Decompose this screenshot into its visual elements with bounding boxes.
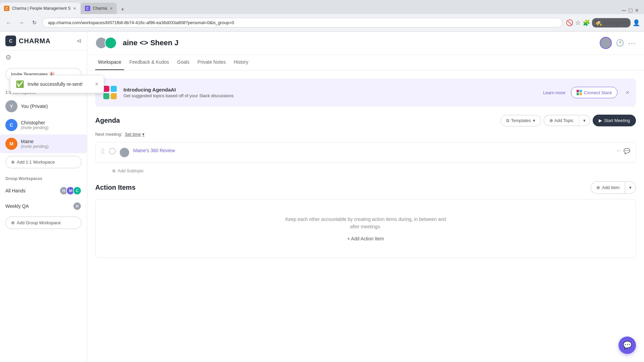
set-time-button[interactable]: Set time ▾	[125, 132, 145, 137]
templates-button[interactable]: ⧉ Templates ▾	[500, 115, 541, 126]
clock-icon[interactable]: 🕐	[616, 39, 624, 47]
sidebar-item-christopher[interactable]: C Christopher (Invite pending)	[0, 116, 87, 134]
workspace-name-you: You (Private)	[21, 104, 48, 109]
sidebar-item-weekly-qa[interactable]: Weekly QA H	[0, 198, 87, 214]
address-input[interactable]	[42, 18, 562, 27]
action-items-header: Action Items ⊕ Add Item ▾	[95, 181, 636, 194]
add-topic-dropdown-button[interactable]: ▾	[579, 115, 590, 126]
sidebar-settings: ⚙	[0, 51, 87, 64]
set-time-chevron-icon: ▾	[142, 132, 145, 137]
action-items-title: Action Items	[95, 184, 591, 191]
agenda-check-button[interactable]	[109, 148, 116, 155]
new-tab-button[interactable]: +	[118, 5, 127, 14]
add-topic-button[interactable]: ⊕ Add Topic	[544, 115, 579, 126]
sidebar-item-you-private[interactable]: Y You (Private)	[0, 97, 87, 116]
add-subtopic-button[interactable]: ⊕ Add Subtopic	[95, 166, 636, 173]
main-tabs: Workspace Feedback & Kudos Goals Private…	[87, 55, 644, 70]
sidebar-item-all-hands[interactable]: All Hands H M C	[0, 183, 87, 198]
banner-learn-more[interactable]: Learn more	[543, 90, 565, 95]
profile-icon[interactable]: 👤	[633, 19, 640, 26]
group-avatar-qa-1: H	[73, 202, 82, 210]
group-name-weekly-qa: Weekly QA	[5, 203, 69, 209]
tab-goals[interactable]: Goals	[174, 55, 192, 70]
add-item-group: ⊕ Add Item ▾	[591, 181, 636, 194]
svg-rect-3	[111, 93, 117, 99]
toast-message: Invite successfully re-sent!	[28, 81, 92, 87]
tab-1-close[interactable]: ×	[73, 6, 76, 11]
bookmark-icon[interactable]: ☆	[575, 19, 581, 26]
extension-icon[interactable]: 🧩	[583, 19, 590, 26]
sidebar-header: C CHARMA ⊲	[0, 32, 87, 51]
action-items-section: Action Items ⊕ Add Item ▾ Keep	[95, 181, 636, 258]
add-topic-group: ⊕ Add Topic ▾	[544, 115, 590, 126]
svg-rect-6	[577, 93, 579, 95]
tab-1-title: Charma | People Management S	[12, 6, 71, 11]
next-meeting-row: Next meeting: Set time ▾	[95, 132, 636, 137]
toast-close-button[interactable]: ×	[95, 81, 98, 87]
group-avatar-3: C	[73, 186, 82, 195]
agenda-title: Agenda	[95, 117, 500, 124]
sidebar-item-maine[interactable]: M Maine (Invite pending)	[0, 134, 87, 153]
content-area: Introducing AgendaAI Get suggested topic…	[87, 70, 644, 362]
header-right: 🕐 ···	[600, 37, 636, 49]
templates-chevron-icon: ▾	[533, 118, 535, 123]
slack-icon	[102, 84, 118, 101]
refresh-button[interactable]: ↻	[30, 18, 39, 27]
agenda-item-actions: ··· 💬	[616, 148, 630, 154]
tab-history[interactable]: History	[231, 55, 251, 70]
tab-2-close[interactable]: ×	[110, 6, 112, 11]
connect-slack-button[interactable]: Connect Slack	[571, 87, 618, 98]
chat-fab-button[interactable]: 💬	[619, 337, 636, 354]
add-subtopic-plus-icon: ⊕	[112, 168, 116, 173]
main-content: aine <> Sheen J 🕐 ··· Workspace Feedback…	[87, 32, 644, 362]
workspace-sub-maine: (Invite pending)	[21, 144, 49, 149]
agenda-item-more-icon[interactable]: ···	[616, 148, 621, 154]
header-title-area: aine <> Sheen J	[95, 37, 600, 49]
svg-rect-2	[103, 93, 109, 99]
agenda-header: Agenda ⧉ Templates ▾ ⊕ Add Topic	[95, 115, 636, 126]
settings-icon[interactable]: ⚙	[5, 54, 11, 61]
tab-2[interactable]: C Charma ×	[81, 3, 117, 14]
agenda-item-title[interactable]: Maine's 360 Review	[133, 148, 612, 153]
header-avatar-2	[105, 37, 117, 49]
tab-1[interactable]: C Charma | People Management S ×	[0, 3, 80, 14]
avatar-maine: M	[5, 138, 17, 150]
agenda-item-avatar	[120, 148, 129, 157]
add-group-workspace-button[interactable]: ⊕ Add Group Workspace	[5, 217, 82, 229]
drag-handle-icon[interactable]: ⣿	[101, 148, 105, 154]
more-options-icon[interactable]: ···	[628, 39, 636, 47]
add-item-plus-icon: ⊕	[596, 185, 600, 190]
add-item-dropdown-button[interactable]: ▾	[625, 181, 636, 194]
video-icon: ▶	[599, 118, 602, 123]
camera-off-icon: 🚫	[566, 19, 573, 26]
minimize-icon[interactable]: ─	[622, 7, 626, 14]
toast-success-icon: ✅	[16, 80, 24, 88]
tab-workspace[interactable]: Workspace	[95, 55, 124, 70]
header-avatars	[95, 37, 114, 49]
forward-button[interactable]: →	[17, 18, 26, 27]
banner-title: Introducing AgendaAI	[123, 87, 538, 93]
agenda-ai-banner: Introducing AgendaAI Get suggested topic…	[95, 78, 636, 107]
add-1on1-workspace-button[interactable]: ⊕ Add 1:1 Workspace	[5, 156, 82, 168]
agenda-actions: ⧉ Templates ▾ ⊕ Add Topic ▾	[500, 115, 636, 126]
sidebar-collapse-button[interactable]: ⊲	[76, 37, 82, 45]
close-icon[interactable]: ×	[635, 7, 639, 14]
user-avatar[interactable]	[600, 37, 612, 49]
window-controls: ─ □ ×	[622, 7, 644, 14]
tab-bar: C Charma | People Management S × C Charm…	[0, 0, 644, 14]
maximize-icon[interactable]: □	[629, 7, 633, 14]
agenda-item-comment-icon[interactable]: 💬	[624, 148, 630, 154]
svg-rect-7	[579, 93, 582, 95]
add-item-button[interactable]: ⊕ Add Item	[591, 181, 625, 194]
group-avatars-all-hands: H M C	[59, 186, 82, 195]
charma-logo-icon: C	[5, 36, 16, 46]
tab-feedback-kudos[interactable]: Feedback & Kudos	[127, 55, 172, 70]
tab-private-notes[interactable]: Private Notes	[195, 55, 228, 70]
add-topic-plus-icon: ⊕	[549, 118, 553, 123]
banner-close-button[interactable]: ×	[626, 89, 629, 96]
svg-rect-5	[579, 90, 582, 92]
start-meeting-button[interactable]: ▶ Start Meeting	[593, 115, 636, 126]
tab-1-favicon: C	[4, 6, 9, 11]
add-action-item-link[interactable]: + Add Action Item	[347, 236, 384, 241]
back-button[interactable]: ←	[4, 18, 13, 27]
